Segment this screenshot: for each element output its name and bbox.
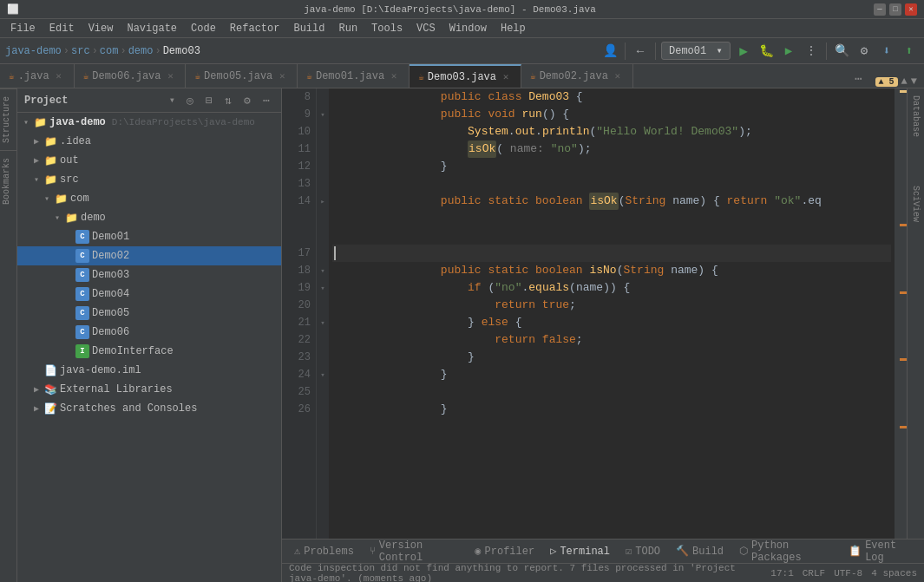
tree-item-demo02[interactable]: C Demo02 — [17, 246, 281, 265]
code-line-24[interactable]: } — [332, 366, 891, 383]
fold-arrow-21[interactable]: ▾ — [320, 318, 324, 328]
menu-window[interactable]: Window — [442, 21, 494, 36]
tree-item-demo05[interactable]: C Demo05 — [17, 304, 281, 323]
git-push-button[interactable]: ⬆ — [900, 42, 919, 61]
tree-item-demo06[interactable]: C Demo06 — [17, 323, 281, 342]
breadcrumb-java-demo[interactable]: java-demo — [5, 45, 62, 57]
version-control-tab[interactable]: ⑂ Version Control — [363, 537, 466, 566]
gutter-18[interactable]: ▾ — [317, 262, 329, 279]
collapse-all-button[interactable]: ⊟ — [201, 93, 217, 108]
run-button[interactable]: ▶ — [734, 42, 753, 61]
menu-vcs[interactable]: VCS — [410, 21, 442, 36]
tree-item-root[interactable]: ▾ 📁 java-demo D:\IdeaProjects\java-demo — [17, 113, 281, 132]
menu-tools[interactable]: Tools — [364, 21, 410, 36]
menu-view[interactable]: View — [82, 21, 121, 36]
tree-item-demointerface[interactable]: I DemoInterface — [17, 342, 281, 361]
database-tab[interactable]: Database — [909, 88, 922, 144]
tab-dotjava[interactable]: ☕ .java ✕ — [0, 64, 75, 88]
encoding[interactable]: UTF-8 — [834, 568, 862, 579]
maximize-button[interactable]: □ — [889, 3, 901, 16]
sidebar-more-button[interactable]: ⋯ — [259, 93, 274, 108]
todo-tab[interactable]: ☑ TODO — [619, 542, 667, 560]
tree-item-com[interactable]: ▾ 📁 com — [17, 189, 281, 208]
tab-demo06[interactable]: ☕ Demo06.java ✕ — [75, 64, 187, 88]
debug-button[interactable]: 🐛 — [757, 42, 776, 61]
code-line-16[interactable] — [332, 227, 891, 245]
tab-demo01[interactable]: ☕ Demo01.java ✕ — [298, 64, 410, 88]
code-editor[interactable]: 8 9 10 11 12 13 14 17 18 19 20 21 22 23 — [282, 88, 895, 539]
code-line-14[interactable]: public static boolean isOk(String name) … — [332, 193, 891, 210]
fold-arrow-24[interactable]: ▾ — [320, 370, 324, 380]
profiler-tab[interactable]: ◉ Profiler — [468, 542, 541, 560]
tree-item-idea[interactable]: ▶ 📁 .idea — [17, 132, 281, 151]
user-icon[interactable]: 👤 — [600, 42, 619, 61]
tab-close-demo06[interactable]: ✕ — [164, 70, 176, 82]
editor-area[interactable]: 8 9 10 11 12 13 14 17 18 19 20 21 22 23 — [282, 88, 924, 539]
tab-demo05[interactable]: ☕ Demo05.java ✕ — [186, 64, 298, 88]
tree-item-extlibs[interactable]: ▶ 📚 External Libraries — [17, 380, 281, 399]
menu-build[interactable]: Build — [286, 21, 331, 36]
locate-file-button[interactable]: ◎ — [182, 93, 198, 108]
sciview-tab[interactable]: SciView — [909, 179, 922, 229]
event-log-tab[interactable]: 📋 Event Log — [842, 537, 919, 566]
tree-item-out[interactable]: ▶ 📁 out — [17, 151, 281, 170]
tab-overflow-button[interactable]: ⋯ — [849, 69, 868, 88]
warning-down-button[interactable]: ▼ — [911, 75, 917, 88]
tab-close-demo01[interactable]: ✕ — [388, 70, 400, 82]
cursor-position[interactable]: 17:1 — [770, 568, 793, 579]
fold-arrow-9[interactable]: ▾ — [320, 110, 324, 120]
python-packages-tab[interactable]: ⬡ Python Packages — [732, 537, 838, 566]
structure-tab[interactable]: Structure — [0, 88, 16, 150]
indent-size[interactable]: 4 spaces — [871, 568, 917, 579]
menu-edit[interactable]: Edit — [43, 21, 82, 36]
breadcrumb-src[interactable]: src — [71, 45, 90, 57]
tree-item-src[interactable]: ▾ 📁 src — [17, 170, 281, 189]
terminal-tab[interactable]: ▷ Terminal — [543, 542, 617, 560]
search-everywhere-button[interactable]: 🔍 — [832, 42, 851, 61]
gutter-19[interactable]: ▾ — [317, 279, 329, 297]
sidebar-settings-button[interactable]: ⚙ — [239, 93, 255, 108]
coverage-button[interactable]: ▶ — [779, 42, 798, 61]
more-run-button[interactable]: ⋮ — [802, 42, 821, 61]
menu-code[interactable]: Code — [184, 21, 223, 36]
problems-tab[interactable]: ⚠ Problems — [287, 542, 361, 560]
settings-button[interactable]: ⚙ — [855, 42, 874, 61]
tree-item-demo04[interactable]: C Demo04 — [17, 284, 281, 304]
code-line-12[interactable]: } — [332, 158, 891, 175]
tab-close-demo03[interactable]: ✕ — [500, 71, 512, 83]
gutter-14[interactable]: ▸ — [317, 193, 329, 210]
gutter-21[interactable]: ▾ — [317, 314, 329, 331]
tab-close-demo02[interactable]: ✕ — [612, 70, 624, 82]
git-update-button[interactable]: ⬇ — [877, 42, 896, 61]
menu-help[interactable]: Help — [494, 21, 533, 36]
minimize-button[interactable]: ─ — [874, 3, 886, 16]
fold-arrow-18[interactable]: ▾ — [320, 266, 324, 276]
tree-item-scratches[interactable]: ▶ 📝 Scratches and Consoles — [17, 399, 281, 418]
sort-button[interactable]: ⇅ — [220, 93, 236, 108]
warning-up-button[interactable]: ▲ — [901, 75, 908, 88]
tab-demo03[interactable]: ☕ Demo03.java ✕ — [410, 64, 521, 88]
line-ending[interactable]: CRLF — [803, 568, 825, 579]
tree-item-demo01[interactable]: C Demo01 — [17, 227, 281, 246]
build-tab[interactable]: 🔨 Build — [669, 542, 731, 560]
fold-arrow-19[interactable]: ▾ — [320, 284, 324, 293]
code-line-26[interactable]: } — [332, 401, 891, 418]
menu-navigate[interactable]: Navigate — [120, 21, 184, 36]
tree-item-demo[interactable]: ▾ 📁 demo — [17, 208, 281, 227]
menu-run[interactable]: Run — [331, 21, 364, 36]
close-button[interactable]: ✕ — [905, 3, 917, 16]
fold-arrow-14[interactable]: ▸ — [320, 197, 324, 206]
breadcrumb-demo03[interactable]: Demo03 — [163, 45, 200, 57]
breadcrumb-com[interactable]: com — [100, 45, 119, 57]
menu-refactor[interactable]: Refactor — [223, 21, 287, 36]
gutter-9[interactable]: ▾ — [317, 106, 329, 123]
tree-item-iml[interactable]: 📄 java-demo.iml — [17, 361, 281, 380]
menu-file[interactable]: File — [3, 21, 43, 36]
bookmarks-tab[interactable]: Bookmarks — [0, 150, 16, 212]
breadcrumb-demo[interactable]: demo — [128, 45, 154, 57]
run-config-dropdown[interactable]: Demo01 ▾ — [661, 42, 731, 60]
back-button[interactable]: ← — [631, 42, 650, 61]
tab-demo02[interactable]: ☕ Demo02.java ✕ — [521, 64, 633, 88]
tab-close-dotjava[interactable]: ✕ — [53, 70, 65, 82]
tab-close-demo05[interactable]: ✕ — [276, 70, 288, 82]
